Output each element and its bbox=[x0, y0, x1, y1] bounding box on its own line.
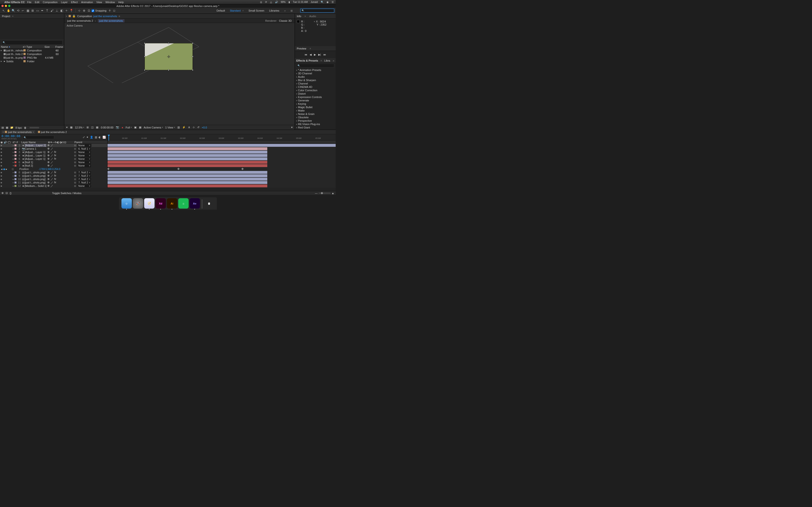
info-panel-tabs[interactable]: Info ≡ Audio bbox=[295, 14, 336, 18]
effects-category[interactable]: ▸Noise & Grain bbox=[295, 112, 336, 116]
dock-app-ai[interactable]: Ai bbox=[167, 198, 177, 209]
menu-effect[interactable]: Effect bbox=[71, 1, 78, 4]
effects-panel-menu-icon[interactable]: ≡ bbox=[321, 59, 322, 62]
minimize-window-button[interactable] bbox=[5, 5, 7, 7]
effects-search[interactable]: 🔍 bbox=[296, 64, 334, 68]
current-time-indicator[interactable] bbox=[108, 134, 109, 140]
dock-app-spotify[interactable]: ♫ bbox=[178, 198, 189, 209]
resize-handle-nw[interactable] bbox=[144, 43, 145, 44]
expand-transforms-icon[interactable]: ⊕ bbox=[1, 191, 4, 194]
preview-tab[interactable]: Preview bbox=[297, 47, 306, 50]
zoom-window-button[interactable] bbox=[8, 5, 10, 7]
resize-handle-w[interactable] bbox=[144, 56, 145, 57]
sync-icon[interactable]: ⟳ bbox=[265, 1, 267, 3]
timeline-layer-row[interactable]: ◉ ▾ 7 ■ [Null 2] ⊕／ ⊚None▾ bbox=[0, 164, 336, 167]
libraries-tab[interactable]: Libra bbox=[324, 59, 330, 62]
effects-category[interactable]: ▸Blur & Sharpen bbox=[295, 78, 336, 82]
zoom-slider[interactable] bbox=[30, 127, 39, 128]
close-tab-icon[interactable]: × bbox=[66, 15, 67, 18]
reset-exposure-icon[interactable]: ↺ bbox=[197, 126, 199, 129]
next-frame-button[interactable]: ▶| bbox=[318, 53, 321, 56]
comp-mini-flowchart-icon[interactable]: ⤢ bbox=[83, 136, 85, 139]
siri-icon[interactable]: ◉ bbox=[326, 1, 329, 3]
resize-handle-ne[interactable] bbox=[192, 43, 193, 44]
comp-panel-tabs[interactable]: × 🔒 Composition just the screenshots ≡ bbox=[64, 14, 295, 18]
menu-file[interactable]: File bbox=[27, 1, 32, 4]
pixel-aspect-icon[interactable]: ▥ bbox=[177, 126, 180, 129]
grid-icon[interactable]: ▦ bbox=[96, 126, 98, 129]
menu-edit[interactable]: Edit bbox=[35, 1, 39, 4]
resize-handle-s[interactable] bbox=[168, 69, 169, 71]
workspace-reset-icon[interactable]: ⊞ bbox=[291, 9, 293, 12]
draft-3d-icon[interactable]: ✦ bbox=[86, 136, 89, 139]
timeline-layer-row[interactable]: ◉ ▸ 4 ■ [Adjust... Layer 1] ⊕／fx ⊚None▾ bbox=[0, 154, 336, 157]
resolution-icon[interactable]: ⊞ bbox=[87, 126, 89, 129]
effects-category[interactable]: ▸Matte bbox=[295, 109, 336, 112]
dock-app-xd[interactable]: Xd bbox=[155, 198, 166, 209]
new-comp-icon[interactable]: ▦ bbox=[6, 126, 8, 129]
project-panel-tab[interactable]: Project ≡ bbox=[0, 14, 64, 18]
dock-app-safari[interactable]: 🧭 bbox=[144, 198, 154, 209]
effects-category[interactable]: ▸Color Correction bbox=[295, 89, 336, 92]
effects-category[interactable]: ▸Audio bbox=[295, 75, 336, 78]
preview-panel-menu-icon[interactable]: ≡ bbox=[310, 47, 311, 50]
audio-tab[interactable]: Audio bbox=[309, 15, 316, 18]
preview-time[interactable]: 0:00:00:00 bbox=[101, 126, 113, 129]
project-item-list[interactable]: ▸▦just th...nshotsComposition60▦just th.… bbox=[0, 49, 64, 125]
type-tool-icon[interactable]: T bbox=[45, 8, 49, 13]
hand-tool-icon[interactable]: ✋ bbox=[6, 8, 11, 13]
workspace-menu-icon[interactable]: ≡ bbox=[243, 10, 244, 12]
app-name[interactable]: After Effects CC bbox=[4, 1, 24, 4]
project-columns-header[interactable]: Name ▲ 🏷 Type Size Frame ... bbox=[0, 45, 64, 49]
first-frame-button[interactable]: ⏮ bbox=[305, 53, 307, 56]
menu-window[interactable]: Window bbox=[105, 1, 115, 4]
puppet-tool-icon[interactable]: 📍 bbox=[69, 8, 73, 13]
timeline-layer-row[interactable]: ◉ ▸ 8 ▤ [just t...shots.png] ⊕／fx ⊚7. Nu… bbox=[0, 171, 336, 174]
tab-menu-icon[interactable]: ≡ bbox=[33, 131, 34, 133]
orbit-tool-icon[interactable]: ⟲ bbox=[16, 8, 20, 13]
zoom-dropdown[interactable]: 12.5%▾ bbox=[75, 126, 84, 129]
help-search-input[interactable] bbox=[304, 9, 333, 12]
prev-frame-button[interactable]: ◀ bbox=[310, 53, 311, 56]
timeline-layer-row[interactable]: ◉ ▸ 1 ■ [Adjust... Layer 2] ⊕／ ⊚None▾ bbox=[0, 144, 336, 147]
menu-layer[interactable]: Layer bbox=[61, 1, 68, 4]
snapping-toggle[interactable]: Snapping ⸎ ⊡ bbox=[92, 9, 115, 12]
info-panel-menu-icon[interactable]: ≡ bbox=[305, 15, 306, 17]
view-layout-dropdown[interactable]: 1 View▾ bbox=[165, 126, 175, 129]
new-folder-icon[interactable]: 📁 bbox=[10, 126, 13, 129]
close-window-button[interactable] bbox=[1, 5, 4, 7]
axis-view-icon[interactable]: ⊡ bbox=[87, 8, 91, 13]
camera-tool-icon[interactable]: ▦ bbox=[26, 8, 30, 13]
window-controls[interactable] bbox=[1, 5, 10, 7]
project-item[interactable]: ▦just th...hots 2Composition60 bbox=[0, 52, 64, 56]
layer-search[interactable]: 🔍 bbox=[23, 136, 54, 139]
snap-options-icon[interactable]: ⸎ bbox=[108, 9, 111, 12]
brainstorm-icon[interactable]: {} bbox=[10, 192, 11, 194]
workspace-standard[interactable]: Standard bbox=[230, 9, 241, 12]
effects-category[interactable]: ▸Distort bbox=[295, 92, 336, 95]
axis-world-icon[interactable]: ⊕ bbox=[82, 8, 86, 13]
fast-previews-icon[interactable]: ⚡ bbox=[182, 126, 186, 129]
snap-grid-icon[interactable]: ⊡ bbox=[113, 9, 115, 12]
dock-app-ae[interactable]: Ae bbox=[190, 198, 200, 209]
effects-category[interactable]: ▸Magic Bullet bbox=[295, 106, 336, 109]
eraser-tool-icon[interactable]: ◧ bbox=[59, 8, 64, 13]
brush-tool-icon[interactable]: 🖌 bbox=[50, 8, 54, 13]
timeline-layer-row[interactable]: ◉ ▸ 12 ■ [Medium... Solid 1] ⊕／ ⊚None▾ bbox=[0, 184, 336, 187]
effects-category[interactable]: ▸Obsolete bbox=[295, 116, 336, 119]
zoom-in-icon[interactable]: ▲ bbox=[332, 192, 334, 194]
wifi-icon[interactable]: ⧋ bbox=[270, 1, 272, 4]
roi-icon[interactable]: ◫ bbox=[91, 126, 94, 129]
effects-overflow-icon[interactable]: » bbox=[333, 59, 334, 62]
battery-icon[interactable]: ▮ bbox=[289, 1, 290, 3]
rotate-tool-icon[interactable]: ⤺ bbox=[21, 8, 25, 13]
selected-layer-bounds[interactable] bbox=[145, 43, 193, 70]
project-panel-menu-icon[interactable]: ≡ bbox=[12, 15, 13, 17]
current-timecode[interactable]: 0:00:00:00 bbox=[1, 135, 20, 137]
anchor-point-icon[interactable] bbox=[167, 55, 170, 58]
transparency-grid-icon[interactable]: ▦ bbox=[70, 126, 72, 129]
pen-tool-icon[interactable]: ✒ bbox=[40, 8, 45, 13]
effects-category[interactable]: ▸Channel bbox=[295, 82, 336, 85]
workspace-overflow-icon[interactable]: » bbox=[284, 9, 286, 12]
dock-app-finder[interactable]: ☺ bbox=[121, 198, 132, 209]
